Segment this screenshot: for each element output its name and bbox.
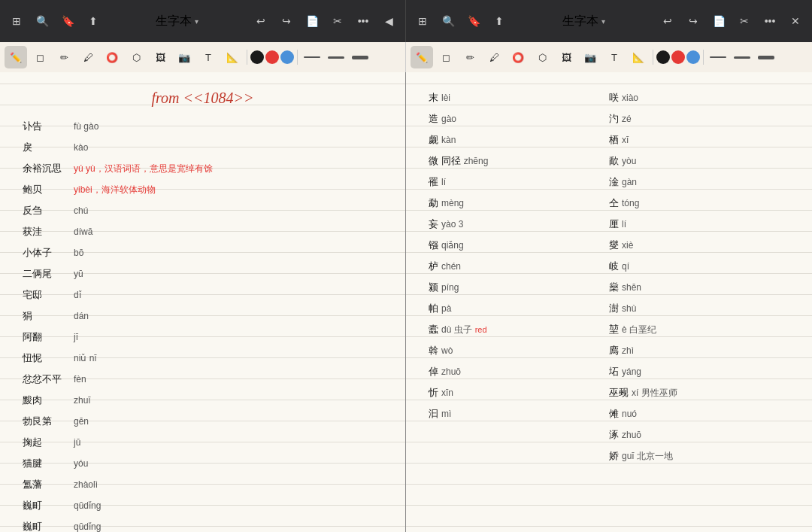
black-color-right[interactable] — [656, 50, 670, 64]
text-tool-left[interactable]: T — [197, 46, 220, 68]
right-vocab-item: 燮xiè — [609, 235, 789, 256]
image-tool-left[interactable]: 🖼 — [149, 46, 171, 68]
left-vocab-item: 讣告fù gào — [23, 116, 383, 137]
share-icon-left[interactable]: ⬆ — [83, 11, 104, 32]
vocab-pinyin: xí 男性巫师 — [632, 382, 677, 403]
blue-color-left[interactable] — [280, 50, 294, 64]
image-tool-right[interactable]: 🖼 — [555, 46, 577, 68]
cut-icon-right[interactable]: ✂ — [734, 11, 755, 32]
stroke-thick-left[interactable] — [349, 54, 371, 61]
right-vocab-item: 涿zhuō — [609, 424, 789, 445]
pen-tool-left[interactable]: ✏️ — [5, 46, 27, 68]
vocab-pinyin: shēn — [622, 277, 641, 298]
bookmark-icon-left[interactable]: 🔖 — [57, 11, 78, 32]
red-color-right[interactable] — [671, 50, 685, 64]
doc-icon-right[interactable]: 📄 — [708, 11, 729, 32]
left-vocab-item: 余裕沉思yú yù，汉语词语，意思是宽绰有馀 — [23, 158, 383, 179]
vocab-char: 狷 — [23, 306, 68, 327]
camera-tool-left[interactable]: 📷 — [173, 46, 195, 68]
vocab-char: 宅邸 — [23, 284, 68, 306]
bookmark-icon-right[interactable]: 🔖 — [463, 11, 484, 32]
vocab-pinyin: qí — [622, 256, 629, 277]
vocab-pinyin: nuó — [622, 403, 637, 424]
vocab-char: 燮 — [609, 235, 619, 256]
pen-tool-right[interactable]: ✏️ — [411, 46, 433, 68]
right-vocab-item: 罹lí — [429, 172, 609, 193]
stroke-thin-right[interactable] — [707, 55, 729, 59]
right-vocab-item: 汩mì — [429, 403, 609, 424]
lasso-tool-left[interactable]: ⭕ — [101, 46, 123, 68]
stroke-med-left[interactable] — [325, 55, 347, 60]
vocab-char: 忿忿不平 — [23, 369, 68, 390]
vocab-char: 巍町 — [23, 495, 68, 516]
more-icon-left[interactable]: ••• — [353, 11, 374, 32]
vocab-pinyin: pà — [441, 298, 451, 319]
vocab-char: 小体子 — [23, 242, 68, 263]
stroke-thick-right[interactable] — [755, 54, 777, 61]
right-vocab-item: 廌zhì — [609, 340, 789, 361]
right-vocab-item: 堃è 白垩纪 — [609, 319, 789, 340]
collapse-icon-left[interactable]: ◀ — [378, 11, 399, 32]
left-page[interactable]: from <<1084>> 讣告fù gào戾kào余裕沉思yú yù，汉语词语… — [0, 72, 406, 532]
chevron-right[interactable]: ▾ — [601, 17, 605, 26]
search-icon-right[interactable]: 🔍 — [438, 11, 459, 32]
vocab-pinyin: shù — [622, 298, 636, 319]
undo-icon-right[interactable]: ↩ — [657, 11, 678, 32]
eraser-tool-left[interactable]: ◻ — [29, 46, 51, 68]
cut-icon-left[interactable]: ✂ — [327, 11, 348, 32]
right-vocab-item: 汋zé — [609, 108, 789, 129]
left-vocab-item: 戾kào — [23, 137, 383, 158]
shapes-tool-left[interactable]: ⬡ — [125, 46, 147, 68]
lasso-tool-right[interactable]: ⭕ — [507, 46, 529, 68]
vocab-pinyin: qūdǐng — [74, 495, 119, 516]
text-tool-right[interactable]: T — [603, 46, 626, 68]
undo-icon-left[interactable]: ↩ — [250, 11, 271, 32]
vocab-pinyin: gào — [441, 108, 456, 129]
shapes-tool-right[interactable]: ⬡ — [531, 46, 553, 68]
share-icon-right[interactable]: ⬆ — [489, 11, 510, 32]
stroke-med-right[interactable] — [731, 55, 753, 60]
left-vocab-item: 小体子bō — [23, 242, 383, 263]
doc-icon-left[interactable]: 📄 — [301, 11, 323, 32]
vocab-pinyin: è 白垩纪 — [622, 319, 656, 340]
vocab-char: 傩 — [609, 403, 619, 424]
pencil-tool-left[interactable]: ✏ — [53, 46, 75, 68]
left-vocab-item: 忸怩niǔ nī — [23, 348, 383, 369]
chevron-left[interactable]: ▾ — [195, 17, 198, 26]
right-page[interactable]: 末lèi造gào觑kàn微 同径zhēng罹lí勐mèng妄yào 3镪qiǎn… — [406, 72, 812, 532]
vocab-char: 阿翻 — [23, 327, 68, 348]
vocab-char: 造 — [429, 108, 438, 129]
vocab-char: 汋 — [609, 108, 619, 129]
left-vocab-item: 鲍贝yibèi，海洋软体动物 — [23, 179, 383, 200]
vocab-pinyin: zhàolì — [74, 474, 119, 495]
left-vocab-item: 巍町qūdǐng — [23, 495, 383, 516]
close-icon-right[interactable]: ✕ — [785, 11, 806, 32]
redo-icon-left[interactable]: ↪ — [276, 11, 297, 32]
blue-color-right[interactable] — [686, 50, 700, 64]
redo-icon-right[interactable]: ↪ — [683, 11, 704, 32]
pencil-tool-right[interactable]: ✏ — [459, 46, 481, 68]
app-title-right: 生字本 — [562, 14, 598, 29]
stroke-thin-left[interactable] — [301, 55, 323, 59]
vocab-pinyin: xī — [622, 129, 629, 150]
red-color-left[interactable] — [265, 50, 279, 64]
toolbar-left: ✏️ ◻ ✏ 🖊 ⭕ ⬡ 🖼 📷 T 📐 — [0, 42, 406, 72]
grid-icon-right[interactable]: ⊞ — [412, 11, 433, 32]
black-color-left[interactable] — [250, 50, 264, 64]
right-vocab-item: 傩nuó — [609, 403, 789, 424]
ruler-tool-left[interactable]: 📐 — [221, 46, 244, 68]
ruler-tool-right[interactable]: 📐 — [627, 46, 650, 68]
vocab-pinyin: qiǎng — [441, 235, 464, 256]
more-icon-right[interactable]: ••• — [759, 11, 780, 32]
vocab-char: 坧 — [609, 361, 619, 382]
search-icon-left[interactable]: 🔍 — [32, 11, 53, 32]
vocab-char: 氲藩 — [23, 474, 68, 495]
vocab-pinyin: bō — [74, 242, 119, 263]
marker-tool-left[interactable]: 🖊 — [77, 46, 99, 68]
camera-tool-right[interactable]: 📷 — [579, 46, 601, 68]
top-bar-right: ⊞ 🔍 🔖 ⬆ 生字本 ▾ ↩ ↪ 📄 ✂ ••• ✕ — [406, 0, 812, 42]
marker-tool-right[interactable]: 🖊 — [483, 46, 505, 68]
grid-icon-left[interactable]: ⊞ — [6, 11, 27, 32]
eraser-tool-right[interactable]: ◻ — [435, 46, 457, 68]
vocab-pinyin: mèng — [441, 193, 464, 214]
